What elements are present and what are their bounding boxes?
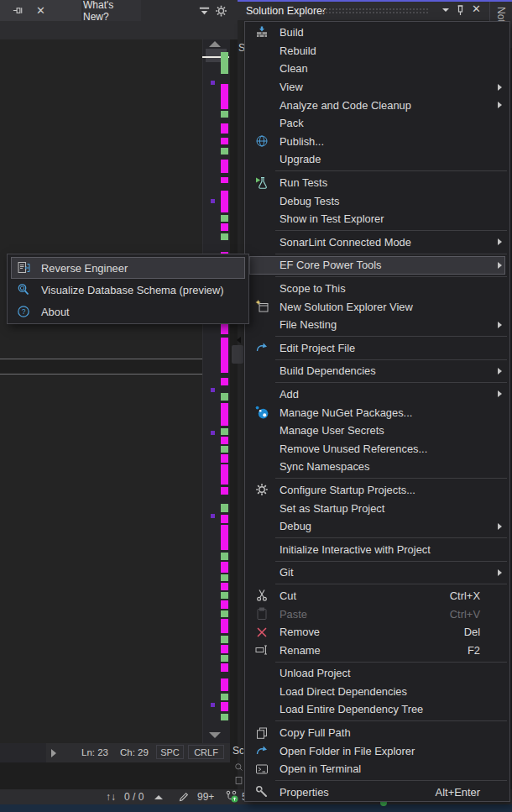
scrollmap-modified-mark: [221, 454, 228, 463]
hscrollbar-right-arrow-icon[interactable]: [51, 749, 56, 757]
menu-item-publish[interactable]: Publish...: [249, 133, 505, 151]
menu-item-load-direct-dependencies[interactable]: Load Direct Dependencies: [249, 683, 505, 701]
rename-icon: [255, 643, 269, 657]
scrollmap-modified-mark: [221, 487, 228, 495]
scrollbar-down-arrow-icon[interactable]: [209, 732, 221, 738]
menu-item-shortcut: F2: [468, 644, 480, 657]
menu-item-remove[interactable]: RemoveDel: [249, 623, 505, 642]
menu-item-configure-startup-projects[interactable]: Configure Startup Projects...: [249, 481, 505, 500]
menu-item-view[interactable]: View: [249, 78, 505, 97]
menu-item-about[interactable]: ?About: [11, 301, 245, 322]
tab-whats-new[interactable]: What's New?: [83, 0, 141, 21]
editor-canvas[interactable]: [0, 39, 202, 743]
menu-item-pack[interactable]: Pack: [249, 114, 505, 133]
menu-item-copy-full-path[interactable]: Copy Full Path: [249, 724, 505, 742]
menu-item-label: Open in Terminal: [280, 762, 361, 775]
menu-item-unload-project[interactable]: Unload Project: [249, 664, 505, 683]
menu-item-cut[interactable]: CutCtrl+X: [249, 587, 505, 605]
background-text-input[interactable]: [0, 359, 203, 375]
close-icon[interactable]: ✕: [36, 5, 45, 16]
menu-item-add[interactable]: Add: [249, 385, 505, 404]
menu-item-shortcut: Del: [464, 626, 480, 638]
submenu-arrow-icon: [498, 322, 502, 328]
space-mode-button[interactable]: SPC: [156, 745, 184, 759]
solution-explorer-header[interactable]: Solution Explorer ✕: [238, 0, 512, 20]
scrollmap-modified-mark: [221, 702, 228, 711]
tab-list-icon[interactable]: [198, 4, 211, 17]
nuget-icon: [255, 406, 269, 419]
menu-item-paste[interactable]: PasteCtrl+V: [249, 605, 505, 623]
pencil-icon[interactable]: [178, 791, 190, 803]
submenu-arrow-icon: [498, 102, 502, 108]
menu-item-properties[interactable]: PropertiesAlt+Enter: [249, 783, 505, 802]
menu-item-load-entire-dependency-tree[interactable]: Load Entire Dependency Tree: [249, 700, 505, 719]
menu-item-set-as-startup-project[interactable]: Set as Startup Project: [249, 499, 505, 517]
menu-item-show-in-test-explorer[interactable]: Show in Test Explorer: [249, 210, 505, 228]
menu-item-sonarlint-connected-mode[interactable]: SonarLint Connected Mode: [249, 233, 505, 252]
menu-separator: [275, 584, 507, 584]
clipboard-icon: [255, 607, 269, 621]
menu-item-analyze-and-code-cleanup[interactable]: Analyze and Code Cleanup: [249, 96, 505, 114]
scrollmap-modified-mark: [221, 464, 228, 485]
nav-counter: 0 / 0: [124, 791, 144, 803]
editor-combo-row: [0, 21, 238, 39]
menu-separator: [275, 276, 507, 277]
drag-grip[interactable]: [321, 8, 429, 13]
red-x-icon: [255, 626, 269, 639]
menu-item-manage-nuget-packages[interactable]: Manage NuGet Packages...: [249, 403, 505, 422]
line-ending-button[interactable]: CRLF: [188, 745, 224, 759]
menu-item-debug[interactable]: Debug: [249, 517, 505, 536]
icon-slot: [255, 212, 269, 226]
menu-item-label: Rebuild: [280, 45, 316, 57]
menu-item-debug-tests[interactable]: Debug Tests: [249, 191, 505, 210]
menu-item-edit-project-file[interactable]: Edit Project File: [249, 339, 505, 358]
scrollmap-added-mark: [221, 592, 228, 599]
menu-item-upgrade[interactable]: Upgrade: [249, 150, 505, 169]
scrollmap-modified-mark: [221, 525, 228, 550]
submenu-arrow-icon: [498, 84, 502, 91]
menu-item-scope-to-this[interactable]: Scope to This: [249, 280, 505, 298]
tab-tools-box: ✕: [0, 0, 81, 21]
menu-item-build-dependencies[interactable]: Build Dependencies: [249, 362, 505, 380]
collapse-up-icon[interactable]: [154, 795, 163, 799]
wrench-icon: [255, 785, 269, 799]
submenu-arrow-icon: [498, 238, 502, 245]
menu-item-build[interactable]: Build: [249, 24, 505, 42]
menu-item-label: Add: [280, 388, 299, 401]
menu-item-reverse-engineer[interactable]: Reverse Engineer: [11, 257, 245, 279]
close-icon[interactable]: ✕: [472, 3, 481, 14]
menu-item-git[interactable]: Git: [249, 563, 505, 582]
pin-icon[interactable]: [12, 4, 24, 17]
menu-item-clean[interactable]: Clean: [249, 60, 505, 78]
window-position-chevron-icon[interactable]: [442, 8, 449, 12]
menu-item-open-in-terminal[interactable]: Open in Terminal: [249, 760, 505, 778]
menu-item-rebuild[interactable]: Rebuild: [249, 42, 505, 60]
scrollmap-added-mark: [221, 52, 228, 74]
icon-slot: [255, 460, 269, 474]
menu-item-label: Unload Project: [280, 667, 351, 679]
source-control-icon[interactable]: [225, 789, 240, 804]
menu-item-remove-unused-references[interactable]: Remove Unused References...: [249, 439, 505, 458]
scrollmap-modified-mark: [221, 378, 228, 385]
pin-icon[interactable]: [454, 3, 467, 16]
bottom-tab-fragment: Sc: [232, 745, 243, 757]
menu-item-new-solution-explorer-view[interactable]: New Solution Explorer View: [249, 297, 505, 316]
menu-item-ef-core-power-tools[interactable]: EF Core Power Tools: [249, 256, 505, 275]
menu-item-rename[interactable]: RenameF2: [249, 641, 505, 659]
menu-item-label: Debug: [280, 520, 311, 532]
icon-slot: [255, 364, 269, 378]
svg-text:?: ?: [22, 307, 26, 316]
menu-item-label: Copy Full Path: [280, 726, 351, 739]
scrollmap-modified-mark: [221, 583, 228, 590]
menu-item-sync-namespaces[interactable]: Sync Namespaces: [249, 458, 505, 476]
menu-item-run-tests[interactable]: Run Tests: [249, 174, 505, 192]
menu-item-label: Show in Test Explorer: [280, 212, 384, 225]
submenu-arrow-icon: [498, 390, 502, 397]
menu-item-initialize-interactive-with-project[interactable]: Initialize Interactive with Project: [249, 540, 505, 558]
scrollmap-modified-mark: [221, 138, 228, 144]
menu-item-manage-user-secrets[interactable]: Manage User Secrets: [249, 422, 505, 440]
menu-item-open-folder-in-file-explorer[interactable]: Open Folder in File Explorer: [249, 741, 505, 760]
magnifier-icon-fragment: [234, 760, 243, 769]
menu-item-visualize-database-schema-preview[interactable]: Visualize Database Schema (preview): [11, 279, 245, 301]
menu-item-file-nesting[interactable]: File Nesting: [249, 316, 505, 334]
